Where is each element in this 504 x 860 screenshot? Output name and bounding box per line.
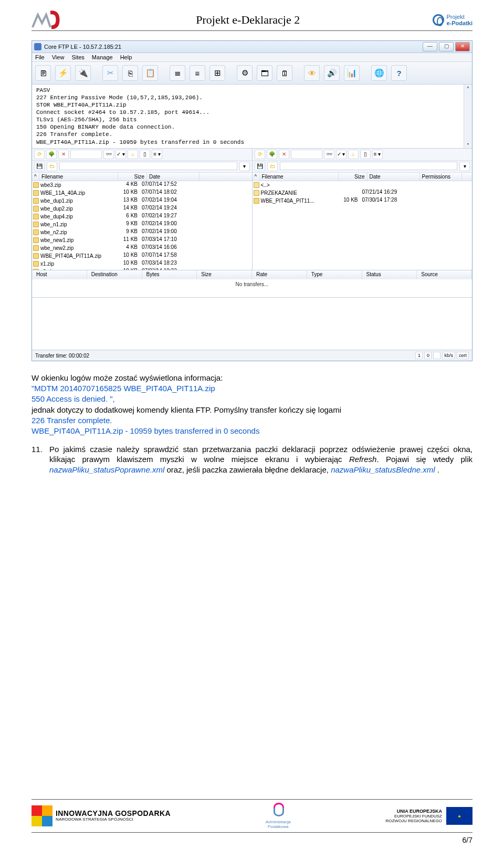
transfer-queue: HostDestinationBytesSizeRateTypeStatusSo… — [32, 270, 472, 298]
local-delete-icon[interactable]: ✕ — [58, 150, 69, 159]
transfer-col[interactable]: Status — [362, 270, 417, 279]
remote-mode-icon[interactable]: ✓ ▾ — [336, 150, 346, 159]
file-row[interactable]: wbe_n2.zip9 KB07/02/14 19:00 — [32, 228, 252, 236]
log-pane[interactable]: PASV 227 Entering Passive Mode (10,57,2,… — [32, 85, 472, 149]
transfer-col[interactable]: Type — [307, 270, 362, 279]
remote-home-icon[interactable]: ⌂ — [348, 150, 359, 159]
remote-path-input[interactable] — [280, 162, 458, 170]
file-icon — [33, 229, 39, 235]
mf-logo — [32, 11, 63, 29]
status-box — [433, 352, 440, 359]
file-icon — [33, 222, 39, 227]
disconnect-icon[interactable]: 🔌 — [75, 65, 91, 81]
remote-up-icon[interactable]: ▯ — [360, 150, 371, 159]
transfer-col[interactable]: Size — [197, 270, 252, 279]
transfer-col[interactable]: Rate — [252, 270, 307, 279]
local-tree-icon[interactable]: 🌳 — [46, 150, 57, 159]
local-up-icon[interactable]: ▯ — [140, 150, 150, 159]
close-button[interactable]: ✕ — [455, 42, 470, 51]
menu-bar: File View Sites Manage Help — [32, 53, 472, 62]
document-footer: INNOWACYJNA GOSPODARKA NARODOWA STRATEGI… — [32, 799, 472, 844]
local-path-dropdown-icon[interactable]: ▾ — [239, 162, 250, 171]
remote-tree-icon[interactable]: 🌳 — [267, 150, 277, 159]
quick-connect-icon[interactable]: ⚡ — [55, 65, 71, 81]
copy-icon[interactable]: ⎘ — [122, 65, 138, 81]
main-toolbar: 🖹 ⚡ 🔌 ✂ ⎘ 📋 ≣ ≡ ⊞ ⚙ 🗔 🗓 👁 🔊 📊 🌐 ? — [32, 62, 472, 85]
help-icon[interactable]: ? — [391, 65, 407, 81]
local-drive-icon[interactable]: 💾 — [34, 162, 45, 171]
file-row[interactable]: wbe_new2.zip4 KB07/03/14 16:06 — [32, 244, 252, 252]
transfer-col[interactable]: Destination — [87, 270, 142, 279]
status-box: cert — [457, 352, 469, 359]
window-title-bar[interactable]: Core FTP LE - 10.57.2.185:21 — ▢ ✕ — [32, 41, 472, 53]
globe-icon[interactable]: 🌐 — [371, 65, 387, 81]
file-icon — [33, 237, 39, 243]
file-row[interactable]: wbe_dup2.zip14 KB07/02/14 19:24 — [32, 205, 252, 213]
remote-toggle-icon[interactable]: ≡ ▾ — [372, 150, 383, 159]
remote-delete-icon[interactable]: ✕ — [279, 150, 289, 159]
refresh-keyword: Refresh — [349, 455, 377, 464]
file-icon — [33, 253, 39, 259]
transfer-columns-header[interactable]: HostDestinationBytesSizeRateTypeStatusSo… — [32, 270, 472, 279]
menu-help[interactable]: Help — [120, 54, 132, 60]
remote-newfolder-icon[interactable]: 🗀 — [267, 162, 278, 171]
local-toggle-icon[interactable]: ≡ ▾ — [152, 150, 162, 159]
transfer-col[interactable]: Source — [417, 270, 472, 279]
file-row[interactable]: wbe_dup1.zip13 KB07/02/14 19:04 — [32, 197, 252, 205]
remote-pane: ⟳ 🌳 ✕ 👓 ▾ ✓ ▾ ⌂ ▯ ≡ ▾ 💾 🗀 ▾ — [253, 149, 472, 270]
menu-file[interactable]: File — [35, 54, 45, 60]
local-home-icon[interactable]: ⌂ — [128, 150, 138, 159]
window-title: Core FTP LE - 10.57.2.185:21 — [44, 44, 121, 50]
local-pane: ⟳ 🌳 ✕ 👓 ▾ ✓ ▾ ⌂ ▯ ≡ ▾ 💾 🗀 ▾ — [32, 149, 253, 270]
transfer-col[interactable]: Host — [32, 270, 87, 279]
local-path-input[interactable] — [59, 162, 237, 170]
remote-view-icon[interactable]: 👓 ▾ — [324, 150, 334, 159]
file-row[interactable]: WBE_11A_40A.zip10 KB07/07/14 18:02 — [32, 189, 252, 197]
ap-logo: Administracja Podatkowa — [266, 803, 291, 829]
sites-icon[interactable]: 🗔 — [257, 65, 272, 81]
local-newfolder-icon[interactable]: 🗀 — [47, 162, 57, 171]
minimize-button[interactable]: — — [423, 42, 437, 51]
view-icon[interactable]: 👁 — [304, 65, 320, 81]
status-bar: Transfer time: 00:00:02 10kb/scert — [32, 350, 472, 361]
remote-drive-icon[interactable]: 💾 — [255, 162, 265, 171]
file-row[interactable]: <..> — [253, 181, 472, 189]
maximize-button[interactable]: ▢ — [439, 42, 454, 51]
file-row[interactable]: WBE_PIT40A_PIT11...10 KB07/30/14 17:28 — [253, 197, 472, 205]
schedule-icon[interactable]: 🗓 — [277, 65, 292, 81]
file-row[interactable]: PRZEKAZANIE07/21/14 16:29 — [253, 189, 472, 197]
remote-refresh-icon[interactable]: ⟳ — [255, 150, 265, 159]
menu-manage[interactable]: Manage — [92, 54, 113, 60]
log-scrollbar[interactable]: ▴▾ — [464, 85, 472, 148]
sound-icon[interactable]: 🔊 — [324, 65, 340, 81]
transfer-col[interactable]: Bytes — [142, 270, 197, 279]
log-quote-line2: 550 Access is denied. ", — [32, 394, 115, 403]
file-row[interactable]: wbe_n1.zip9 KB07/02/14 19:00 — [32, 221, 252, 228]
menu-sites[interactable]: Sites — [71, 54, 84, 60]
stats-icon[interactable]: 📊 — [344, 65, 360, 81]
file-row[interactable]: x1.zip10 KB07/03/14 18:23 — [32, 260, 252, 268]
remote-path-dropdown-icon[interactable]: ▾ — [459, 162, 470, 171]
paste-icon[interactable]: 📋 — [142, 65, 158, 81]
file-row[interactable]: wbe3.zip4 KB07/07/14 17:52 — [32, 181, 252, 189]
edit-icon[interactable]: ≣ — [170, 65, 185, 81]
remote-filter-input[interactable] — [291, 150, 322, 159]
details-icon[interactable]: ⊞ — [209, 65, 225, 81]
local-mode-icon[interactable]: ✓ ▾ — [116, 150, 126, 159]
file-row[interactable]: wbe_new1.zip11 KB07/03/14 17:10 — [32, 236, 252, 244]
remote-columns-header[interactable]: ^ Filename Size Date Permissions — [253, 173, 472, 181]
local-view-icon[interactable]: 👓 ▾ — [103, 150, 114, 159]
local-refresh-icon[interactable]: ⟳ — [34, 150, 45, 159]
menu-view[interactable]: View — [52, 54, 65, 60]
connect-icon[interactable]: 🖹 — [35, 65, 51, 81]
reconnect-icon[interactable]: ✂ — [102, 65, 118, 81]
local-columns-header[interactable]: ^ Filename Size Date — [32, 173, 252, 181]
file-row[interactable]: WBE_PIT40A_PIT11A.zip10 KB07/07/14 17:58 — [32, 252, 252, 260]
local-file-list[interactable]: wbe3.zip4 KB07/07/14 17:52WBE_11A_40A.zi… — [32, 181, 252, 270]
list-icon[interactable]: ≡ — [190, 65, 205, 81]
local-filter-input[interactable] — [70, 150, 102, 159]
file-row[interactable]: x2.zip10 KB07/03/14 18:23 — [32, 268, 252, 270]
remote-file-list[interactable]: <..>PRZEKAZANIE07/21/14 16:29WBE_PIT40A_… — [253, 181, 472, 270]
settings-icon[interactable]: ⚙ — [237, 65, 253, 81]
file-row[interactable]: wbe_dup4.zip6 KB07/02/14 19:27 — [32, 213, 252, 221]
